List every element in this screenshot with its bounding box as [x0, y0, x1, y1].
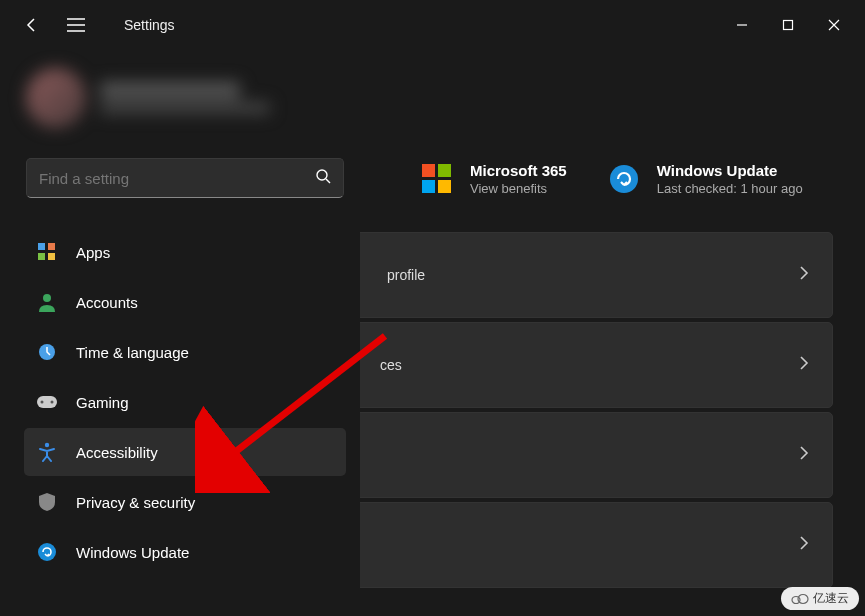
promo-microsoft365[interactable]: Microsoft 365 View benefits	[420, 162, 567, 196]
promo-subtitle: View benefits	[470, 181, 567, 196]
card-text: xxprofile	[373, 267, 425, 283]
svg-point-12	[38, 543, 56, 561]
settings-card[interactable]: xces	[360, 322, 833, 408]
svg-rect-0	[784, 21, 793, 30]
svg-rect-3	[48, 243, 55, 250]
accounts-icon	[36, 291, 58, 313]
profile-email	[100, 102, 270, 114]
svg-point-11	[45, 443, 49, 447]
window-controls	[719, 9, 857, 41]
sidebar-item-label: Apps	[76, 244, 110, 261]
promo-windows-update[interactable]: Windows Update Last checked: 1 hour ago	[607, 162, 803, 196]
search-box[interactable]	[26, 158, 344, 198]
nav-list: Apps Accounts Time & language Gaming Acc…	[18, 226, 352, 616]
main-content: Microsoft 365 View benefits Windows Upda…	[360, 50, 865, 616]
chevron-right-icon	[798, 535, 810, 555]
svg-rect-8	[37, 396, 57, 408]
settings-card[interactable]: xxprofile	[360, 232, 833, 318]
sidebar-item-accessibility[interactable]: Accessibility	[24, 428, 346, 476]
svg-point-17	[610, 165, 638, 193]
svg-point-9	[41, 401, 44, 404]
sidebar-item-label: Time & language	[76, 344, 189, 361]
chevron-right-icon	[798, 355, 810, 375]
profile-block[interactable]	[18, 50, 352, 158]
sidebar-item-label: Accounts	[76, 294, 138, 311]
sidebar-item-gaming[interactable]: Gaming	[24, 378, 346, 426]
titlebar: Settings	[0, 0, 865, 50]
gaming-icon	[36, 391, 58, 413]
privacy-icon	[36, 491, 58, 513]
app-title: Settings	[124, 17, 175, 33]
svg-rect-15	[422, 180, 435, 193]
maximize-button[interactable]	[765, 9, 811, 41]
avatar	[26, 68, 86, 128]
chevron-right-icon	[798, 265, 810, 285]
svg-point-6	[43, 294, 51, 302]
update-icon	[607, 162, 641, 196]
svg-rect-4	[38, 253, 45, 260]
svg-rect-5	[48, 253, 55, 260]
settings-card[interactable]	[360, 502, 833, 588]
search-icon[interactable]	[315, 168, 331, 188]
promo-title: Windows Update	[657, 162, 803, 179]
sidebar-item-label: Accessibility	[76, 444, 158, 461]
sidebar-item-time-language[interactable]: Time & language	[24, 328, 346, 376]
sidebar-item-label: Gaming	[76, 394, 129, 411]
card-text: xces	[373, 357, 402, 373]
minimize-button[interactable]	[719, 9, 765, 41]
svg-point-1	[317, 170, 327, 180]
watermark: 亿速云	[781, 587, 859, 610]
sidebar-item-apps[interactable]: Apps	[24, 228, 346, 276]
sidebar-item-label: Privacy & security	[76, 494, 195, 511]
settings-card[interactable]	[360, 412, 833, 498]
update-icon	[36, 541, 58, 563]
time-language-icon	[36, 341, 58, 363]
svg-rect-2	[38, 243, 45, 250]
svg-rect-13	[422, 164, 435, 177]
profile-name	[100, 82, 240, 98]
menu-button[interactable]	[64, 13, 88, 37]
svg-rect-14	[438, 164, 451, 177]
svg-rect-16	[438, 180, 451, 193]
sidebar-item-accounts[interactable]: Accounts	[24, 278, 346, 326]
back-button[interactable]	[20, 13, 44, 37]
sidebar-item-label: Windows Update	[76, 544, 189, 561]
sidebar: Apps Accounts Time & language Gaming Acc…	[0, 50, 360, 616]
close-button[interactable]	[811, 9, 857, 41]
apps-icon	[36, 241, 58, 263]
sidebar-item-privacy[interactable]: Privacy & security	[24, 478, 346, 526]
chevron-right-icon	[798, 445, 810, 465]
sidebar-item-windows-update[interactable]: Windows Update	[24, 528, 346, 576]
accessibility-icon	[36, 441, 58, 463]
promo-subtitle: Last checked: 1 hour ago	[657, 181, 803, 196]
search-input[interactable]	[39, 170, 315, 187]
microsoft-logo-icon	[420, 162, 454, 196]
svg-point-10	[51, 401, 54, 404]
promo-title: Microsoft 365	[470, 162, 567, 179]
